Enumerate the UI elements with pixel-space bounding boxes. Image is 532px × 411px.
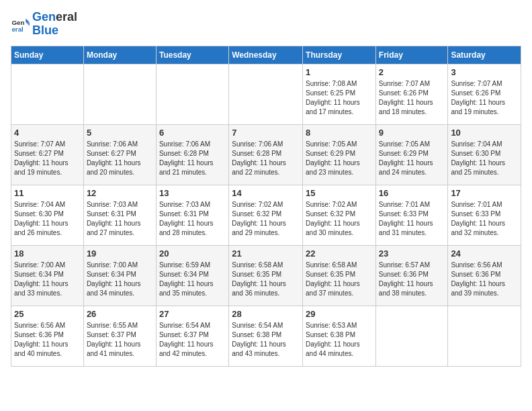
day-cell xyxy=(11,64,84,124)
logo: Gen eral GeneralBlue xyxy=(11,11,77,38)
day-info: Sunrise: 7:01 AMSunset: 6:33 PMDaylight:… xyxy=(379,200,445,238)
day-cell: 21Sunrise: 6:58 AMSunset: 6:35 PMDayligh… xyxy=(229,245,303,306)
day-number: 16 xyxy=(379,188,445,198)
day-cell: 16Sunrise: 7:01 AMSunset: 6:33 PMDayligh… xyxy=(375,185,448,245)
day-number: 18 xyxy=(14,248,81,259)
day-info: Sunrise: 6:54 AMSunset: 6:38 PMDaylight:… xyxy=(232,321,300,359)
day-cell: 5Sunrise: 7:06 AMSunset: 6:27 PMDaylight… xyxy=(83,124,156,185)
day-info: Sunrise: 7:06 AMSunset: 6:28 PMDaylight:… xyxy=(159,140,226,177)
day-cell: 23Sunrise: 6:57 AMSunset: 6:36 PMDayligh… xyxy=(375,245,448,306)
day-info: Sunrise: 6:53 AMSunset: 6:38 PMDaylight:… xyxy=(306,321,373,359)
day-info: Sunrise: 7:02 AMSunset: 6:32 PMDaylight:… xyxy=(232,200,300,238)
week-row-4: 25Sunrise: 6:56 AMSunset: 6:36 PMDayligh… xyxy=(11,306,521,366)
day-cell: 3Sunrise: 7:07 AMSunset: 6:26 PMDaylight… xyxy=(448,64,521,124)
day-info: Sunrise: 7:03 AMSunset: 6:31 PMDaylight:… xyxy=(87,200,153,238)
day-number: 29 xyxy=(306,309,373,319)
day-cell: 11Sunrise: 7:04 AMSunset: 6:30 PMDayligh… xyxy=(11,185,84,245)
day-number: 17 xyxy=(451,188,518,198)
day-number: 11 xyxy=(14,188,81,198)
day-cell: 24Sunrise: 6:56 AMSunset: 6:36 PMDayligh… xyxy=(448,245,521,306)
day-cell: 19Sunrise: 7:00 AMSunset: 6:34 PMDayligh… xyxy=(83,245,156,306)
day-cell: 6Sunrise: 7:06 AMSunset: 6:28 PMDaylight… xyxy=(156,124,228,185)
day-cell: 20Sunrise: 6:59 AMSunset: 6:34 PMDayligh… xyxy=(156,245,228,306)
day-cell: 29Sunrise: 6:53 AMSunset: 6:38 PMDayligh… xyxy=(303,306,376,366)
day-number: 5 xyxy=(87,128,153,138)
day-cell: 14Sunrise: 7:02 AMSunset: 6:32 PMDayligh… xyxy=(229,185,303,245)
header-wednesday: Wednesday xyxy=(229,46,303,64)
day-number: 25 xyxy=(14,309,81,319)
day-info: Sunrise: 6:59 AMSunset: 6:34 PMDaylight:… xyxy=(159,261,226,298)
day-number: 3 xyxy=(451,67,518,77)
calendar-table: SundayMondayTuesdayWednesdayThursdayFrid… xyxy=(11,46,521,367)
day-number: 10 xyxy=(451,128,518,138)
day-number: 6 xyxy=(159,128,226,138)
day-info: Sunrise: 7:07 AMSunset: 6:27 PMDaylight:… xyxy=(14,140,81,177)
day-cell: 12Sunrise: 7:03 AMSunset: 6:31 PMDayligh… xyxy=(83,185,156,245)
day-cell xyxy=(448,306,521,366)
day-cell: 15Sunrise: 7:02 AMSunset: 6:32 PMDayligh… xyxy=(303,185,376,245)
day-cell: 4Sunrise: 7:07 AMSunset: 6:27 PMDaylight… xyxy=(11,124,84,185)
header-tuesday: Tuesday xyxy=(156,46,228,64)
day-cell: 2Sunrise: 7:07 AMSunset: 6:26 PMDaylight… xyxy=(375,64,448,124)
day-info: Sunrise: 7:02 AMSunset: 6:32 PMDaylight:… xyxy=(306,200,373,238)
day-info: Sunrise: 7:00 AMSunset: 6:34 PMDaylight:… xyxy=(14,261,81,298)
day-number: 13 xyxy=(159,188,226,198)
svg-marker-3 xyxy=(26,22,30,26)
day-number: 20 xyxy=(159,248,226,259)
day-info: Sunrise: 6:58 AMSunset: 6:35 PMDaylight:… xyxy=(306,261,373,298)
header-thursday: Thursday xyxy=(303,46,376,64)
week-row-0: 1Sunrise: 7:08 AMSunset: 6:25 PMDaylight… xyxy=(11,64,521,124)
day-cell: 26Sunrise: 6:55 AMSunset: 6:37 PMDayligh… xyxy=(83,306,156,366)
day-cell: 22Sunrise: 6:58 AMSunset: 6:35 PMDayligh… xyxy=(303,245,376,306)
day-cell: 17Sunrise: 7:01 AMSunset: 6:33 PMDayligh… xyxy=(448,185,521,245)
day-info: Sunrise: 6:55 AMSunset: 6:37 PMDaylight:… xyxy=(87,321,153,359)
header-saturday: Saturday xyxy=(448,46,521,64)
day-cell: 9Sunrise: 7:05 AMSunset: 6:29 PMDaylight… xyxy=(375,124,448,185)
day-number: 24 xyxy=(451,248,518,259)
day-number: 4 xyxy=(14,128,81,138)
day-cell xyxy=(83,64,156,124)
logo-icon: Gen eral xyxy=(11,15,30,34)
day-cell: 27Sunrise: 6:54 AMSunset: 6:37 PMDayligh… xyxy=(156,306,228,366)
day-cell: 18Sunrise: 7:00 AMSunset: 6:34 PMDayligh… xyxy=(11,245,84,306)
day-cell xyxy=(375,306,448,366)
day-number: 12 xyxy=(87,188,153,198)
day-number: 23 xyxy=(379,248,445,259)
svg-marker-2 xyxy=(26,18,30,22)
day-info: Sunrise: 6:56 AMSunset: 6:36 PMDaylight:… xyxy=(14,321,81,359)
day-cell xyxy=(229,64,303,124)
week-row-3: 18Sunrise: 7:00 AMSunset: 6:34 PMDayligh… xyxy=(11,245,521,306)
day-cell: 13Sunrise: 7:03 AMSunset: 6:31 PMDayligh… xyxy=(156,185,228,245)
day-info: Sunrise: 7:07 AMSunset: 6:26 PMDaylight:… xyxy=(451,79,518,117)
day-number: 22 xyxy=(306,248,373,259)
day-number: 21 xyxy=(232,248,300,259)
day-info: Sunrise: 7:06 AMSunset: 6:28 PMDaylight:… xyxy=(232,140,300,177)
day-number: 8 xyxy=(306,128,373,138)
day-cell: 1Sunrise: 7:08 AMSunset: 6:25 PMDaylight… xyxy=(303,64,376,124)
day-number: 27 xyxy=(159,309,226,319)
day-number: 9 xyxy=(379,128,445,138)
day-info: Sunrise: 7:03 AMSunset: 6:31 PMDaylight:… xyxy=(159,200,226,238)
day-info: Sunrise: 7:04 AMSunset: 6:30 PMDaylight:… xyxy=(14,200,81,238)
day-number: 14 xyxy=(232,188,300,198)
week-row-1: 4Sunrise: 7:07 AMSunset: 6:27 PMDaylight… xyxy=(11,124,521,185)
day-info: Sunrise: 7:07 AMSunset: 6:26 PMDaylight:… xyxy=(379,79,445,117)
day-number: 28 xyxy=(232,309,300,319)
day-info: Sunrise: 7:00 AMSunset: 6:34 PMDaylight:… xyxy=(87,261,153,298)
day-number: 7 xyxy=(232,128,300,138)
logo-text: GeneralBlue xyxy=(32,11,77,38)
day-cell: 8Sunrise: 7:05 AMSunset: 6:29 PMDaylight… xyxy=(303,124,376,185)
calendar-header-row: SundayMondayTuesdayWednesdayThursdayFrid… xyxy=(11,46,521,64)
day-info: Sunrise: 6:58 AMSunset: 6:35 PMDaylight:… xyxy=(232,261,300,298)
day-cell: 10Sunrise: 7:04 AMSunset: 6:30 PMDayligh… xyxy=(448,124,521,185)
day-info: Sunrise: 7:04 AMSunset: 6:30 PMDaylight:… xyxy=(451,140,518,177)
calendar-body: 1Sunrise: 7:08 AMSunset: 6:25 PMDaylight… xyxy=(11,64,521,366)
day-info: Sunrise: 6:54 AMSunset: 6:37 PMDaylight:… xyxy=(159,321,226,359)
day-info: Sunrise: 6:56 AMSunset: 6:36 PMDaylight:… xyxy=(451,261,518,298)
day-number: 15 xyxy=(306,188,373,198)
day-number: 26 xyxy=(87,309,153,319)
header-monday: Monday xyxy=(83,46,156,64)
week-row-2: 11Sunrise: 7:04 AMSunset: 6:30 PMDayligh… xyxy=(11,185,521,245)
svg-text:eral: eral xyxy=(11,26,24,33)
day-cell: 25Sunrise: 6:56 AMSunset: 6:36 PMDayligh… xyxy=(11,306,84,366)
